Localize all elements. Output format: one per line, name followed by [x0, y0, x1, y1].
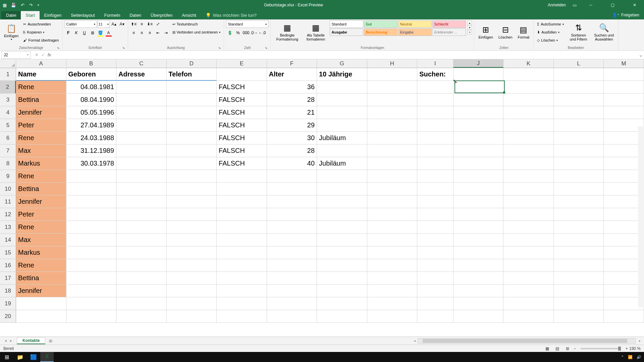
font-size-select[interactable]: 11▾ — [98, 20, 110, 28]
cancel-formula-icon[interactable]: ✕ — [35, 52, 39, 57]
align-right-button[interactable]: ≡ — [146, 29, 154, 37]
share-button[interactable]: 👤⁺ Freigeben — [607, 13, 644, 19]
cell-L5[interactable] — [554, 119, 604, 132]
cell-I14[interactable] — [417, 234, 453, 246]
sheet-nav-last-icon[interactable]: ▸ — [10, 339, 12, 343]
col-header-L[interactable]: L — [554, 59, 604, 68]
cell-C3[interactable] — [116, 94, 167, 106]
cell-I2[interactable] — [417, 81, 453, 94]
cell-L6[interactable] — [554, 132, 604, 144]
cell-J18[interactable] — [453, 285, 504, 297]
cell-A10[interactable]: Bettina — [16, 183, 66, 195]
cell-K19[interactable] — [503, 297, 554, 310]
cell-K11[interactable] — [503, 195, 554, 208]
cell-I9[interactable] — [417, 170, 453, 183]
tab-einfuegen[interactable]: Einfügen — [40, 11, 66, 19]
cell-G8[interactable]: Jubiläum — [317, 157, 367, 170]
find-select-button[interactable]: 🔍Suchen und Auswählen — [592, 20, 616, 44]
decrease-font-button[interactable]: A▾ — [118, 20, 126, 28]
undo-icon[interactable]: ↶ — [21, 3, 24, 8]
cell-D1[interactable]: Telefon — [167, 68, 217, 81]
cell-D7[interactable] — [167, 144, 217, 157]
cell-K2[interactable] — [503, 81, 554, 94]
cell-I1[interactable]: Suchen: — [417, 68, 453, 81]
cell-E7[interactable]: FALSCH — [217, 144, 267, 157]
cell-A11[interactable]: Jennifer — [16, 195, 66, 208]
close-button[interactable]: ✕ — [627, 0, 642, 10]
cell-G16[interactable] — [317, 259, 367, 272]
cell-D4[interactable] — [167, 106, 217, 119]
cell-C19[interactable] — [116, 297, 167, 310]
cell-C18[interactable] — [116, 285, 167, 297]
horizontal-scrollbar[interactable] — [418, 338, 636, 344]
cell-E4[interactable]: FALSCH — [217, 106, 267, 119]
number-format-select[interactable]: Standard▾ — [226, 20, 268, 28]
cell-J9[interactable] — [453, 170, 504, 183]
sort-filter-button[interactable]: ⇅Sortieren und Filtern — [567, 20, 591, 44]
cell-K10[interactable] — [503, 183, 554, 195]
row-header-7[interactable]: 7 — [0, 144, 16, 157]
cell-K1[interactable] — [503, 68, 554, 81]
cell-J17[interactable] — [453, 272, 504, 285]
cell-H17[interactable] — [367, 272, 418, 285]
cell-F4[interactable]: 21 — [267, 106, 317, 119]
align-bottom-button[interactable]: ⬇≡ — [146, 20, 154, 28]
tray-volume-icon[interactable]: 🔊 — [637, 355, 641, 359]
cells-area[interactable]: NameGeborenAdresseTelefonAlter10 Jährige… — [16, 68, 644, 325]
decrease-decimal-button[interactable]: ←.0 — [258, 29, 266, 37]
zoom-slider[interactable] — [581, 348, 621, 349]
cell-I12[interactable] — [417, 208, 453, 221]
cell-D8[interactable] — [167, 157, 217, 170]
cell-A13[interactable]: Rene — [16, 221, 66, 234]
redo-icon[interactable]: ↷ — [29, 3, 33, 8]
cell-H6[interactable] — [367, 132, 418, 144]
insert-cells-button[interactable]: ⊞Einfügen — [476, 20, 495, 44]
cell-L14[interactable] — [554, 234, 604, 246]
cell-L18[interactable] — [554, 285, 604, 297]
col-header-B[interactable]: B — [66, 59, 117, 68]
col-header-F[interactable]: F — [267, 59, 317, 68]
cell-H15[interactable] — [367, 246, 418, 259]
cell-K4[interactable] — [503, 106, 554, 119]
cell-F12[interactable] — [267, 208, 317, 221]
cell-E11[interactable] — [217, 195, 267, 208]
cell-C20[interactable] — [116, 310, 167, 323]
column-headers[interactable]: ABCDEFGHIJKLM — [16, 59, 644, 68]
hscroll-right-icon[interactable]: ▸ — [636, 339, 644, 343]
cell-F19[interactable] — [267, 297, 317, 310]
confirm-formula-icon[interactable]: ✓ — [41, 52, 45, 57]
cell-style-berechnung[interactable]: Berechnung — [364, 28, 397, 36]
cell-D3[interactable] — [167, 94, 217, 106]
col-header-E[interactable]: E — [217, 59, 267, 68]
autosum-button[interactable]: ΣAutoSumme▾ — [536, 20, 565, 28]
cell-E17[interactable] — [217, 272, 267, 285]
cell-E12[interactable] — [217, 208, 267, 221]
tell-me-search[interactable]: 💡 Was möchten Sie tun? — [201, 11, 261, 19]
tab-ansicht[interactable]: Ansicht — [177, 11, 201, 19]
cell-H11[interactable] — [367, 195, 418, 208]
cell-B10[interactable] — [66, 183, 117, 195]
cell-D2[interactable] — [167, 81, 217, 94]
cell-E2[interactable]: FALSCH — [217, 81, 267, 94]
cell-L2[interactable] — [554, 81, 604, 94]
fill-color-button[interactable]: 🪣 — [97, 29, 104, 37]
cell-C11[interactable] — [116, 195, 167, 208]
cell-F5[interactable]: 29 — [267, 119, 317, 132]
col-header-G[interactable]: G — [317, 59, 367, 68]
cell-style-schlecht[interactable]: Schlecht — [432, 20, 466, 28]
cell-K5[interactable] — [503, 119, 554, 132]
cell-L10[interactable] — [554, 183, 604, 195]
cell-B2[interactable]: 04.08.1981 — [66, 81, 117, 94]
cell-H18[interactable] — [367, 285, 418, 297]
row-header-12[interactable]: 12 — [0, 208, 16, 221]
cell-G17[interactable] — [317, 272, 367, 285]
tab-daten[interactable]: Daten — [125, 11, 146, 19]
cell-L4[interactable] — [554, 106, 604, 119]
fx-icon[interactable]: fx — [48, 52, 51, 57]
add-sheet-button[interactable]: ⊕ — [45, 338, 56, 344]
font-name-select[interactable]: Calibri▾ — [65, 20, 97, 28]
launcher-icon[interactable]: ⬊ — [57, 46, 60, 50]
cell-K16[interactable] — [503, 259, 554, 272]
format-as-table-button[interactable]: ▦ Als Tabelle formatieren — [303, 20, 328, 44]
cell-C16[interactable] — [116, 259, 167, 272]
